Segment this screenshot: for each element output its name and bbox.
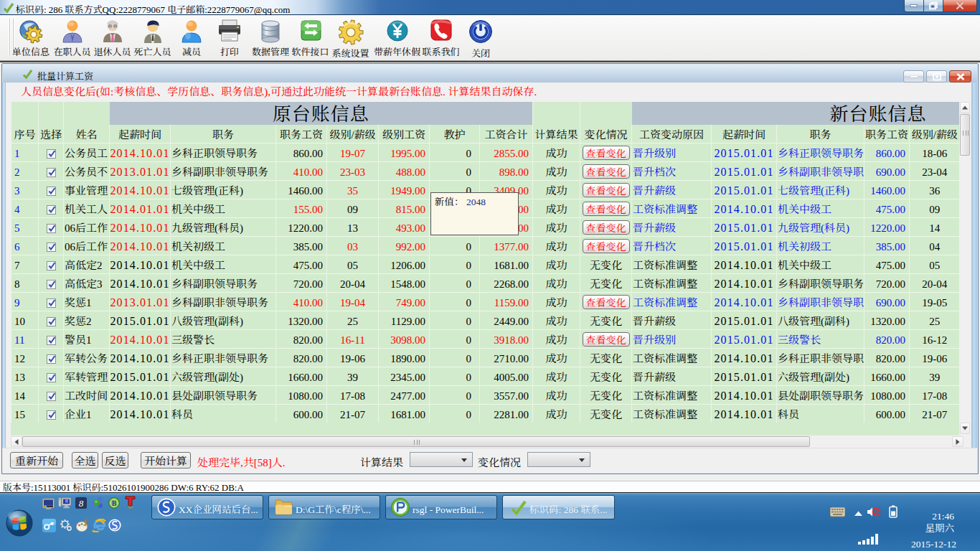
svg-text:TeX: TeX	[128, 506, 133, 509]
svg-text:B: B	[112, 499, 117, 507]
svg-text:8: 8	[79, 498, 84, 509]
